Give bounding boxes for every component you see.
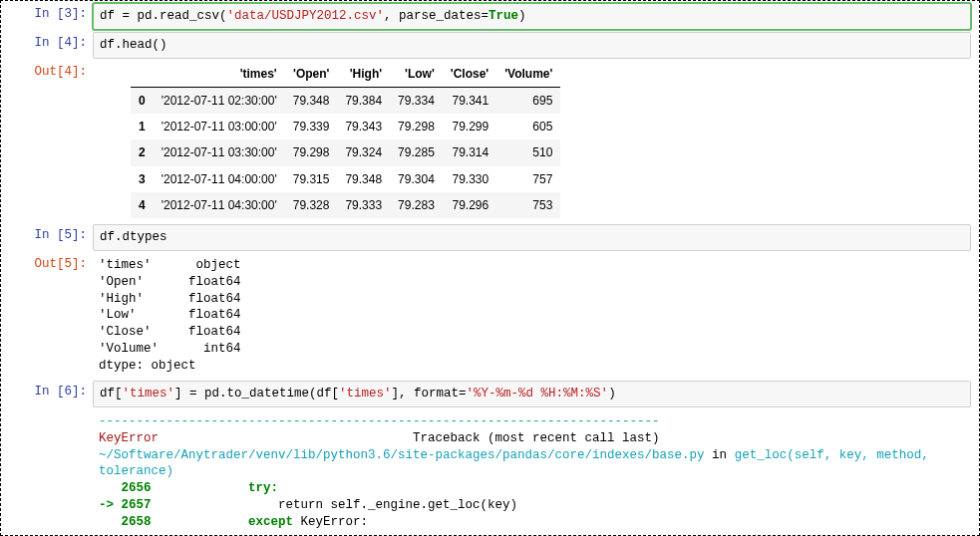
code-string: '%Y-%m-%d %H:%M:%S' — [467, 387, 609, 401]
cell: 79.304 — [390, 166, 443, 192]
cell-6: In [6]: df['times'] = pd.to_datetime(df[… — [9, 381, 971, 407]
tb-lineno-arrow: -> 2657 — [99, 498, 152, 512]
tb-except-err: KeyError — [301, 515, 361, 529]
cell: 79.339 — [285, 114, 338, 139]
table-row: 3 '2012-07-11 04:00:00' 79.315 79.348 79… — [131, 166, 560, 192]
dataframe-table: 'times' 'Open' 'High' 'Low' 'Close' 'Vol… — [131, 61, 560, 218]
in-prompt: In [4]: — [9, 32, 93, 59]
tb-except: except — [152, 515, 301, 529]
cell: 79.298 — [285, 139, 338, 165]
cell: '2012-07-11 04:30:00' — [154, 192, 285, 218]
code-input[interactable]: df = pd.read_csv('data/USDJPY2012.csv', … — [93, 3, 971, 30]
col-low: 'Low' — [390, 61, 443, 88]
cell: 79.299 — [443, 114, 496, 139]
row-index: 3 — [131, 166, 154, 192]
cell: 79.334 — [390, 87, 443, 114]
tb-path: ~/Software/Anytrader/venv/lib/python3.6/… — [99, 448, 705, 462]
tb-lineno: 2658 — [99, 515, 152, 529]
code-string: 'data/USDJPY2012.csv' — [227, 9, 385, 23]
in-prompt: In [5]: — [9, 224, 93, 251]
cell-4: In [4]: df.head() — [9, 32, 971, 59]
text-output: 'times' object 'Open' float64 'High' flo… — [93, 253, 971, 379]
col-close: 'Close' — [443, 61, 496, 88]
code-text: ], format= — [392, 387, 467, 401]
table-row: 0 '2012-07-11 02:30:00' 79.348 79.384 79… — [131, 87, 560, 114]
tb-func: get_loc — [735, 448, 788, 462]
cell: '2012-07-11 04:00:00' — [154, 166, 285, 192]
code-string: 'times' — [123, 387, 175, 401]
col-high: 'High' — [337, 61, 390, 88]
cell: 79.333 — [337, 192, 390, 218]
cell: 605 — [496, 114, 560, 139]
table-row: 4 '2012-07-11 04:30:00' 79.328 79.333 79… — [131, 192, 560, 218]
cell: 79.298 — [390, 114, 443, 139]
code-string: 'times' — [339, 387, 392, 401]
cell: 79.348 — [285, 87, 338, 114]
tb-except-post: : — [361, 515, 369, 529]
cell: 79.283 — [390, 192, 443, 218]
cell: 79.296 — [443, 192, 496, 218]
col-times: 'times' — [154, 61, 285, 88]
cell: 79.348 — [337, 166, 390, 192]
code-text: ) — [608, 387, 616, 401]
empty-prompt — [9, 409, 93, 536]
col-index — [131, 61, 154, 88]
cell: 79.324 — [337, 139, 390, 165]
table-header-row: 'times' 'Open' 'High' 'Low' 'Close' 'Vol… — [131, 61, 560, 88]
tb-line: return self._engine.get_loc(key) — [152, 498, 518, 512]
traceback: ----------------------------------------… — [93, 409, 971, 536]
cell: 79.328 — [285, 192, 338, 218]
cell: 79.343 — [337, 114, 390, 139]
row-index: 4 — [131, 192, 154, 218]
code-keyword: True — [489, 9, 518, 23]
cell-5-output: Out[5]: 'times' object 'Open' float64 'H… — [9, 253, 971, 379]
tb-error-name: KeyError — [99, 431, 159, 445]
table-row: 1 '2012-07-11 03:00:00' 79.339 79.343 79… — [131, 114, 560, 139]
cell: '2012-07-11 03:00:00' — [154, 114, 285, 139]
code-text: , parse_dates= — [384, 9, 489, 23]
table-row: 2 '2012-07-11 03:30:00' 79.298 79.324 79… — [131, 139, 560, 165]
row-index: 1 — [131, 114, 154, 139]
cell: 79.384 — [337, 87, 390, 114]
code-input[interactable]: df['times'] = pd.to_datetime(df['times']… — [93, 381, 971, 407]
notebook: In [3]: df = pd.read_csv('data/USDJPY201… — [0, 0, 980, 536]
cell: 79.330 — [443, 166, 496, 192]
cell: 753 — [496, 192, 560, 218]
in-prompt: In [3]: — [9, 3, 93, 30]
cell: 79.285 — [390, 139, 443, 165]
cell: '2012-07-11 02:30:00' — [154, 87, 285, 114]
tb-lineno: 2656 — [99, 481, 152, 495]
in-prompt: In [6]: — [9, 381, 93, 407]
cell-4-output: Out[4]: 'times' 'Open' 'High' 'Low' 'Clo… — [9, 61, 971, 218]
cell-3: In [3]: df = pd.read_csv('data/USDJPY201… — [9, 3, 971, 30]
row-index: 0 — [131, 87, 154, 114]
code-text: df.head() — [100, 38, 167, 52]
out-prompt: Out[4]: — [9, 61, 93, 218]
code-text: ] = pd.to_datetime(df[ — [174, 387, 339, 401]
cell: 510 — [496, 139, 560, 165]
cell: '2012-07-11 03:30:00' — [154, 139, 285, 165]
code-text: df.dtypes — [100, 230, 167, 244]
code-text: ) — [518, 9, 526, 23]
cell: 79.314 — [443, 139, 496, 165]
code-input[interactable]: df.dtypes — [93, 224, 971, 251]
tb-try: try: — [152, 481, 279, 495]
code-input[interactable]: df.head() — [93, 32, 971, 59]
cell: 79.341 — [443, 87, 496, 114]
col-open: 'Open' — [285, 61, 338, 88]
cell: 79.315 — [285, 166, 338, 192]
col-volume: 'Volume' — [496, 61, 560, 88]
code-text: df = pd.read_csv( — [100, 9, 227, 23]
tb-in: in — [705, 448, 735, 462]
cell-6-output: ----------------------------------------… — [9, 409, 971, 536]
cell: 757 — [496, 166, 560, 192]
row-index: 2 — [131, 139, 154, 165]
tb-separator: ----------------------------------------… — [99, 414, 660, 428]
cell-5: In [5]: df.dtypes — [9, 224, 971, 251]
tb-error-tail: Traceback (most recent call last) — [159, 431, 660, 445]
cell: 695 — [496, 87, 560, 114]
out-prompt: Out[5]: — [9, 253, 93, 379]
code-text: df[ — [100, 387, 123, 401]
